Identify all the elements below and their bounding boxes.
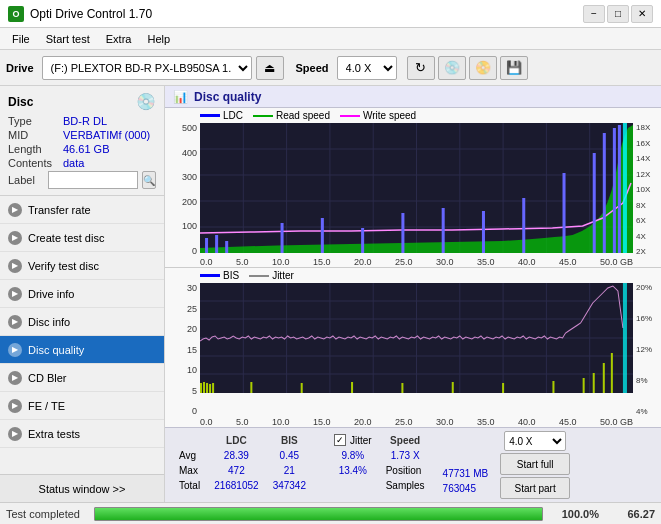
eject-button[interactable]: ⏏ — [256, 56, 284, 80]
status-text: Test completed — [6, 508, 80, 520]
nav-drive-info-label: Drive info — [28, 288, 74, 300]
position-samples-values: 47731 MB 763045 — [439, 431, 493, 495]
svg-rect-58 — [593, 373, 595, 393]
disc-type-row: Type BD-R DL — [8, 115, 156, 127]
status-window-button[interactable]: Status window >> — [0, 474, 164, 502]
menu-extra[interactable]: Extra — [98, 31, 140, 47]
length-label: Length — [8, 143, 63, 155]
menu-bar: File Start test Extra Help — [0, 28, 661, 50]
legend-ldc-label: LDC — [223, 110, 243, 121]
type-value: BD-R DL — [63, 115, 107, 127]
legend-ldc: LDC — [200, 110, 243, 121]
max-bis: 21 — [267, 464, 312, 477]
chart-header-icon: 📊 — [173, 90, 188, 104]
label-search-button[interactable]: 🔍 — [142, 171, 156, 189]
nav-disc-quality[interactable]: ▶ Disc quality — [0, 336, 164, 364]
jitter-checkbox[interactable]: ✓ — [334, 434, 346, 446]
total-label: Total — [173, 479, 206, 492]
total-bis: 347342 — [267, 479, 312, 492]
svg-rect-27 — [613, 128, 616, 253]
legend-bis: BIS — [200, 270, 239, 281]
svg-rect-49 — [212, 383, 214, 393]
nav-drive-info[interactable]: ▶ Drive info — [0, 280, 164, 308]
svg-rect-18 — [321, 218, 324, 253]
nav-cd-bler[interactable]: ▶ CD Bler — [0, 364, 164, 392]
chart-header: 📊 Disc quality — [165, 86, 661, 108]
svg-rect-48 — [209, 384, 211, 393]
disc-title: Disc — [8, 95, 33, 109]
top-chart-svg — [200, 123, 633, 253]
bottom-chart-y-right: 20% 16% 12% 8% 4% — [633, 283, 661, 416]
top-chart-y-left: 500 400 300 200 100 0 — [165, 123, 200, 256]
refresh-button[interactable]: ↻ — [407, 56, 435, 80]
nav-fe-te[interactable]: ▶ FE / TE — [0, 392, 164, 420]
disc-length-row: Length 46.61 GB — [8, 143, 156, 155]
jitter-label: Jitter — [350, 435, 372, 446]
close-button[interactable]: ✕ — [631, 5, 653, 23]
legend-write: Write speed — [340, 110, 416, 121]
disc-header-icon: 💿 — [136, 92, 156, 111]
legend-jitter-label: Jitter — [272, 270, 294, 281]
max-ldc: 472 — [208, 464, 265, 477]
top-chart-x-axis: 0.0 5.0 10.0 15.0 20.0 25.0 30.0 35.0 40… — [165, 256, 661, 267]
bis-color — [200, 274, 220, 277]
start-full-button[interactable]: Start full — [500, 453, 570, 475]
avg-bis: 0.45 — [267, 449, 312, 462]
read-color — [253, 115, 273, 117]
svg-rect-45 — [200, 383, 202, 393]
drive-bar: Drive (F:) PLEXTOR BD-R PX-LB950SA 1.06 … — [0, 50, 661, 86]
menu-help[interactable]: Help — [139, 31, 178, 47]
speed-control: 4.0 X Start full Start part — [500, 431, 570, 499]
length-value: 46.61 GB — [63, 143, 109, 155]
bottom-chart-legend: BIS Jitter — [165, 270, 661, 281]
nav-disc-info[interactable]: ▶ Disc info — [0, 308, 164, 336]
speed-select[interactable]: 4.0 X — [337, 56, 397, 80]
bottom-chart-x-axis: 0.0 5.0 10.0 15.0 20.0 25.0 30.0 35.0 40… — [165, 416, 661, 427]
disc-info-icon: ▶ — [8, 315, 22, 329]
main-layout: Disc 💿 Type BD-R DL MID VERBATIMf (000) … — [0, 86, 661, 502]
menu-file[interactable]: File — [4, 31, 38, 47]
contents-label: Contents — [8, 157, 63, 169]
nav-create-test-disc[interactable]: ▶ Create test disc — [0, 224, 164, 252]
start-part-button[interactable]: Start part — [500, 477, 570, 499]
svg-rect-57 — [583, 378, 585, 393]
svg-rect-14 — [205, 238, 208, 253]
maximize-button[interactable]: □ — [607, 5, 629, 23]
nav-verify-test-disc[interactable]: ▶ Verify test disc — [0, 252, 164, 280]
menu-start-test[interactable]: Start test — [38, 31, 98, 47]
svg-rect-60 — [611, 353, 613, 393]
disc-icon-button[interactable]: 💿 — [438, 56, 466, 80]
position-value: 47731 MB — [439, 467, 493, 480]
ldc-header: LDC — [208, 433, 265, 447]
progress-bar-inner — [95, 508, 542, 520]
svg-rect-16 — [225, 241, 228, 253]
nav-disc-info-label: Disc info — [28, 316, 70, 328]
drive-select[interactable]: (F:) PLEXTOR BD-R PX-LB950SA 1.06 — [42, 56, 252, 80]
stats-bar: LDC BIS ✓ Jitter Speed Avg 28.39 0.45 — [165, 427, 661, 502]
type-label: Type — [8, 115, 63, 127]
top-chart-legend: LDC Read speed Write speed — [165, 110, 661, 121]
content-panel: 📊 Disc quality LDC Read speed Write spee… — [165, 86, 661, 502]
save-button[interactable]: 💾 — [500, 56, 528, 80]
chart-title: Disc quality — [194, 90, 261, 104]
nav-verify-test-disc-label: Verify test disc — [28, 260, 99, 272]
svg-rect-20 — [401, 213, 404, 253]
avg-speed: 1.73 X — [380, 449, 431, 462]
svg-rect-50 — [250, 382, 252, 393]
progress-bar-area: Test completed 100.0% 66.27 — [0, 502, 661, 524]
stats-speed-select[interactable]: 4.0 X — [504, 431, 566, 451]
minimize-button[interactable]: − — [583, 5, 605, 23]
samples-label: Samples — [386, 480, 425, 491]
svg-rect-47 — [206, 383, 208, 393]
nav-cd-bler-label: CD Bler — [28, 372, 67, 384]
label-input[interactable] — [48, 171, 138, 189]
nav-transfer-rate[interactable]: ▶ Transfer rate — [0, 196, 164, 224]
nav-extra-tests[interactable]: ▶ Extra tests — [0, 420, 164, 448]
verify-test-disc-icon: ▶ — [8, 259, 22, 273]
sidebar: Disc 💿 Type BD-R DL MID VERBATIMf (000) … — [0, 86, 165, 502]
svg-rect-54 — [452, 382, 454, 393]
svg-rect-29 — [623, 123, 627, 253]
create-test-disc-icon: ▶ — [8, 231, 22, 245]
disc2-icon-button[interactable]: 📀 — [469, 56, 497, 80]
svg-rect-24 — [563, 173, 566, 253]
